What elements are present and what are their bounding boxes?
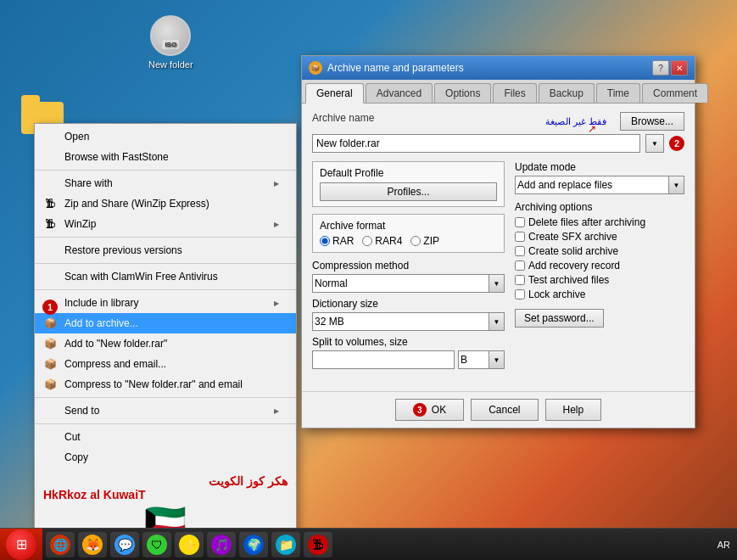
annotation-badge-2: 2 [669, 136, 684, 151]
winrar-dialog: 📦 Archive name and parameters ? ✕ Genera… [301, 55, 695, 428]
taskbar-app-2[interactable]: 🦊 [78, 532, 107, 557]
context-menu-item-cut[interactable]: Cut [35, 427, 296, 447]
cancel-button[interactable]: Cancel [471, 399, 538, 421]
option-delete-label: Delete files after archiving [528, 216, 645, 228]
update-mode-arrow[interactable]: ▼ [669, 176, 684, 194]
option-test[interactable]: Test archived files [515, 274, 684, 286]
dialog-tabs: General Advanced Options Files Backup Ti… [302, 80, 695, 104]
tab-options[interactable]: Options [434, 83, 491, 103]
option-sfx-label: Create SFX archive [528, 231, 617, 243]
start-orb: ⊞ [6, 529, 36, 560]
submenu-arrow4: ▶ [274, 407, 279, 415]
context-menu-item-copy[interactable]: Copy [35, 447, 296, 468]
dialog-footer: 3 OK Cancel Help [302, 391, 695, 428]
watermark-english: HkRkoz al KuwaiT [43, 488, 288, 501]
start-button[interactable]: ⊞ [0, 529, 42, 560]
compression-section: Compression method Normal ▼ [312, 260, 505, 293]
archive-name-dropdown[interactable]: ▼ [645, 134, 664, 153]
taskbar-app-7[interactable]: 🌍 [239, 532, 268, 557]
taskbar-icon-9: 🗜 [308, 535, 328, 555]
radio-group-format: RAR RAR4 ZIP [320, 235, 497, 247]
tab-backup[interactable]: Backup [539, 83, 595, 103]
option-solid[interactable]: Create solid archive [515, 245, 684, 257]
dictionary-select[interactable]: 32 MB [312, 312, 489, 331]
option-sfx[interactable]: Create SFX archive [515, 231, 684, 243]
radio-zip[interactable]: ZIP [410, 235, 439, 247]
taskbar-icon-4: 🛡 [147, 535, 167, 555]
dictionary-dropdown-arrow[interactable]: ▼ [489, 312, 505, 331]
desktop-icon-iso[interactable]: New folder [148, 15, 193, 70]
context-menu-item-compress-folder-email[interactable]: 📦 Compress to "New folder.rar" and email [35, 374, 296, 395]
taskbar-app-1[interactable]: 🌐 [46, 532, 75, 557]
context-menu-item-faststone[interactable]: Browse with FastStone [35, 147, 296, 167]
rar-icon: 📦 [42, 316, 59, 330]
taskbar-icon-5: ⭐ [179, 535, 199, 555]
tab-general[interactable]: General [305, 83, 364, 104]
two-column-layout: Default Profile Profiles... Archive form… [312, 161, 684, 376]
radio-rar[interactable]: RAR [320, 235, 354, 247]
split-unit-arrow[interactable]: ▼ [489, 350, 505, 369]
context-menu-item-add-folder[interactable]: 📦 Add to "New folder.rar" [35, 333, 296, 354]
option-delete-files[interactable]: Delete files after archiving [515, 216, 684, 228]
taskbar-icon-7: 🌍 [243, 535, 264, 555]
split-unit-row: B ▼ [458, 350, 505, 369]
windows-logo: ⊞ [16, 536, 27, 552]
context-menu-item-restore[interactable]: Restore previous versions [35, 240, 296, 260]
context-menu-item-winzip-express[interactable]: 🗜 Zip and Share (WinZip Express) [35, 193, 296, 214]
context-menu-item-share[interactable]: Share with ▶ [35, 173, 296, 193]
context-menu-item-scan[interactable]: Scan with ClamWin Free Antivirus [35, 266, 296, 287]
taskbar-right: AR [711, 540, 737, 550]
dialog-close-btn[interactable]: ✕ [671, 60, 688, 76]
taskbar-app-4[interactable]: 🛡 [142, 532, 171, 557]
compression-label: Compression method [312, 260, 505, 272]
dialog-title-icon: 📦 [309, 61, 322, 75]
taskbar-lang: AR [717, 540, 730, 550]
context-menu-item-open[interactable]: Open [35, 126, 296, 147]
radio-rar4[interactable]: RAR4 [362, 235, 402, 247]
archive-name-input[interactable] [312, 134, 640, 153]
compression-select[interactable]: Normal [312, 274, 489, 293]
profile-label: Default Profile [320, 167, 497, 179]
option-recovery[interactable]: Add recovery record [515, 260, 684, 272]
desktop: New folder Open Browse with FastStone Sh… [0, 0, 737, 560]
help-button[interactable]: Help [545, 399, 602, 421]
taskbar: ⊞ 🌐 🦊 💬 🛡 ⭐ 🎵 🌍 [0, 528, 737, 560]
browse-button[interactable]: Browse... [620, 112, 684, 131]
set-password-button[interactable]: Set password... [515, 309, 604, 328]
tab-advanced[interactable]: Advanced [366, 83, 433, 103]
context-menu-item-send-to[interactable]: Send to ▶ [35, 400, 296, 421]
split-section: Split to volumes, size B ▼ [312, 336, 505, 369]
update-mode-section: Update mode Add and replace files ▼ [515, 161, 684, 194]
ok-button[interactable]: 3 OK [395, 399, 464, 421]
annotation-badge-1: 1 [42, 300, 58, 315]
context-menu-item-compress-email[interactable]: 📦 Compress and email... [35, 354, 296, 374]
dialog-help-btn[interactable]: ? [652, 60, 669, 76]
profiles-button[interactable]: Profiles... [320, 182, 497, 201]
separator3 [35, 263, 296, 264]
option-test-label: Test archived files [528, 274, 609, 286]
taskbar-app-8[interactable]: 📁 [271, 532, 300, 557]
tab-files[interactable]: Files [493, 83, 536, 103]
rar3-icon: 📦 [42, 357, 59, 371]
context-menu-item-add-archive[interactable]: 📦 Add to archive... [35, 313, 296, 333]
taskbar-app-9[interactable]: 🗜 [304, 532, 332, 557]
split-input[interactable] [312, 350, 455, 369]
tab-comment[interactable]: Comment [642, 83, 708, 103]
taskbar-app-3[interactable]: 💬 [110, 532, 139, 557]
taskbar-app-6[interactable]: 🎵 [207, 532, 236, 557]
taskbar-app-5[interactable]: ⭐ [175, 532, 204, 557]
archive-format-section: Archive format RAR RAR4 [312, 214, 505, 253]
update-mode-select-row: Add and replace files ▼ [515, 176, 684, 194]
split-unit-select[interactable]: B [458, 350, 489, 369]
update-mode-select[interactable]: Add and replace files [515, 176, 669, 194]
option-lock[interactable]: Lock archive [515, 288, 684, 300]
watermark-arabic: هكر كوز الكويت [43, 474, 288, 488]
tab-time[interactable]: Time [596, 83, 640, 103]
option-recovery-label: Add recovery record [528, 260, 620, 272]
option-lock-label: Lock archive [528, 288, 585, 300]
context-menu-item-winzip[interactable]: 🗜 WinZip ▶ [35, 214, 296, 234]
profile-section: Default Profile Profiles... [312, 161, 505, 207]
zip-label: ZIP [423, 235, 439, 247]
compression-dropdown-arrow[interactable]: ▼ [489, 274, 505, 293]
context-menu-item-library[interactable]: Include in library ▶ [35, 293, 296, 313]
